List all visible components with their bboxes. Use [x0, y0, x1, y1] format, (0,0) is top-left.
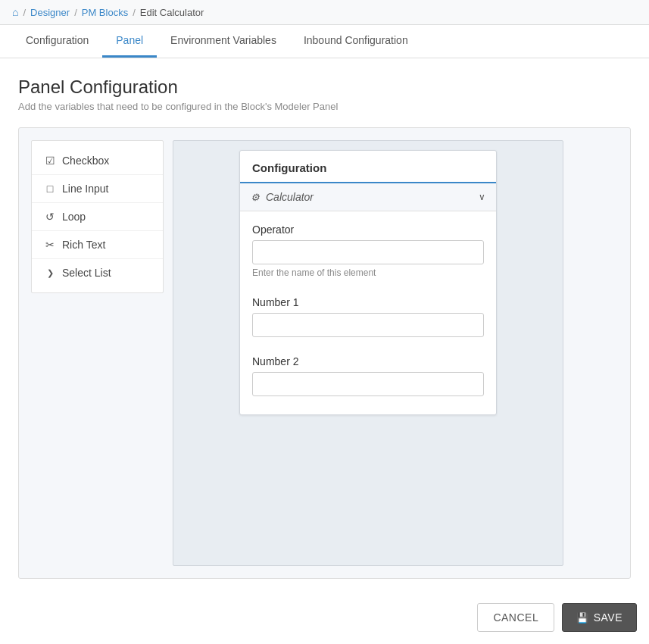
checkbox-icon: ☑	[44, 155, 56, 167]
breadcrumb-current: Edit Calculator	[140, 7, 204, 18]
drop-area: Configuration ⚙ Calculator ∨ Operator En…	[173, 140, 563, 566]
number2-input[interactable]	[252, 372, 484, 396]
rich-text-icon: ✂	[44, 239, 56, 251]
sidebar-item-loop[interactable]: ↺ Loop	[32, 203, 163, 231]
sidebar-item-label-line-input: Line Input	[62, 183, 109, 195]
number1-input[interactable]	[252, 313, 484, 337]
sidebar-item-label-checkbox: Checkbox	[62, 155, 109, 167]
left-sidebar: ☑ Checkbox □ Line Input ↺ Loop ✂ Rich Te…	[31, 140, 164, 293]
config-section-title: ⚙ Calculator	[251, 191, 314, 203]
tab-configuration[interactable]: Configuration	[12, 25, 102, 58]
number2-label: Number 2	[252, 355, 484, 367]
sidebar-item-label-loop: Loop	[62, 211, 86, 223]
right-area	[573, 140, 618, 566]
select-list-icon: ❯	[44, 268, 56, 278]
sidebar-item-select-list[interactable]: ❯ Select List	[32, 259, 163, 286]
number1-label: Number 1	[252, 296, 484, 308]
operator-label: Operator	[252, 224, 484, 236]
page-wrapper: ⌂ / Designer / PM Blocks / Edit Calculat…	[0, 0, 649, 644]
home-icon[interactable]: ⌂	[12, 6, 18, 18]
page-title: Panel Configuration	[18, 77, 631, 98]
section-name: Calculator	[266, 191, 314, 203]
line-input-icon: □	[44, 183, 56, 195]
config-section-header[interactable]: ⚙ Calculator ∨	[240, 183, 496, 211]
save-button[interactable]: 💾 SAVE	[562, 603, 637, 632]
footer-actions: CANCEL 💾 SAVE	[0, 591, 649, 644]
cancel-button[interactable]: CANCEL	[477, 603, 554, 632]
sidebar-item-label-rich-text: Rich Text	[62, 239, 105, 251]
operator-hint: Enter the name of this element	[252, 267, 484, 278]
tab-environment-variables[interactable]: Environment Variables	[157, 25, 290, 58]
breadcrumb-designer[interactable]: Designer	[30, 7, 70, 18]
save-label: SAVE	[594, 611, 622, 624]
field-group-number2: Number 2	[252, 355, 484, 396]
config-card-header: Configuration	[240, 151, 496, 183]
tabs-bar: Configuration Panel Environment Variable…	[0, 25, 649, 58]
tab-inbound-configuration[interactable]: Inbound Configuration	[290, 25, 422, 58]
main-content: Panel Configuration Add the variables th…	[0, 58, 649, 591]
save-icon: 💾	[576, 612, 589, 624]
gear-icon: ⚙	[251, 192, 260, 203]
config-fields: Operator Enter the name of this element …	[240, 211, 496, 414]
operator-input[interactable]	[252, 240, 484, 264]
tab-panel[interactable]: Panel	[102, 25, 157, 58]
loop-icon: ↺	[44, 211, 56, 223]
sidebar-item-rich-text[interactable]: ✂ Rich Text	[32, 231, 163, 259]
field-group-operator: Operator Enter the name of this element	[252, 224, 484, 278]
config-card: Configuration ⚙ Calculator ∨ Operator En…	[239, 150, 497, 415]
sidebar-item-checkbox[interactable]: ☑ Checkbox	[32, 147, 163, 175]
sidebar-item-label-select-list: Select List	[62, 267, 111, 279]
breadcrumb: ⌂ / Designer / PM Blocks / Edit Calculat…	[0, 0, 649, 25]
breadcrumb-pm-blocks[interactable]: PM Blocks	[82, 7, 128, 18]
panel-area: ☑ Checkbox □ Line Input ↺ Loop ✂ Rich Te…	[18, 127, 631, 579]
sidebar-item-line-input[interactable]: □ Line Input	[32, 175, 163, 203]
field-group-number1: Number 1	[252, 296, 484, 337]
page-subtitle: Add the variables that need to be config…	[18, 101, 631, 112]
chevron-down-icon: ∨	[479, 192, 485, 202]
